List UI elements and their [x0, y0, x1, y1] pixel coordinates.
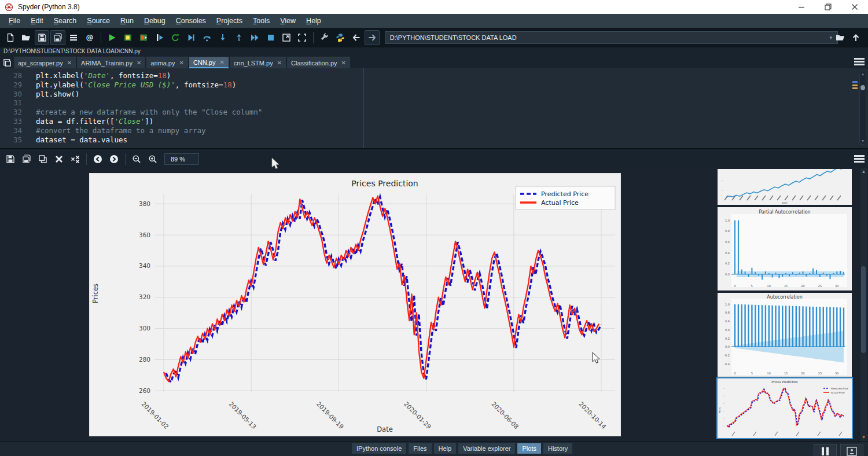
code-line-28[interactable]: 28plt.xlabel('Date', fontsize=18): [0, 71, 868, 80]
save-all-button[interactable]: [50, 30, 65, 45]
plots-options-menu-icon[interactable]: [854, 155, 865, 163]
restore-button[interactable]: [815, 0, 841, 14]
run-cell-advance-button[interactable]: [136, 30, 150, 45]
menu-help[interactable]: Help: [301, 15, 326, 27]
save-plot-button[interactable]: [3, 152, 18, 167]
run-button[interactable]: [105, 30, 119, 45]
run-cell-button[interactable]: [120, 30, 135, 45]
step-out-button[interactable]: [231, 30, 246, 45]
menu-edit[interactable]: Edit: [25, 15, 49, 27]
tab-CNN.py[interactable]: CNN.py✕: [189, 57, 229, 68]
tab-Classification.py[interactable]: Classification.py✕: [287, 57, 350, 68]
symbol-finder-button[interactable]: @: [82, 30, 97, 45]
menu-projects[interactable]: Projects: [211, 15, 248, 27]
file-switcher-button[interactable]: [67, 30, 81, 45]
code-line-29[interactable]: 29plt.ylabel('Close Price USD ($)', font…: [0, 80, 868, 90]
debug-file-button[interactable]: [184, 30, 198, 45]
scroll-up-icon[interactable]: ▲: [860, 72, 866, 76]
plot-zoom-level-input[interactable]: [164, 153, 199, 165]
pane-tab-history[interactable]: History: [543, 443, 572, 454]
close-button[interactable]: [841, 0, 868, 14]
next-plot-button[interactable]: [106, 152, 122, 167]
minimize-button[interactable]: [788, 0, 815, 14]
thumbnail-close-price-plot[interactable]: ——Date: [718, 169, 852, 205]
pane-tab-files[interactable]: Files: [409, 443, 431, 454]
thumb-scroll-up-icon[interactable]: ▲: [860, 169, 867, 174]
tab-ARIMA_Trainin.py[interactable]: ARIMA_Trainin.py✕: [77, 57, 145, 68]
svg-text:Prices: Prices: [719, 407, 721, 414]
code-line-34[interactable]: 34#convert the dataframe to a numpy arra…: [0, 126, 868, 135]
code-line-31[interactable]: 31: [0, 98, 868, 108]
step-over-button[interactable]: [200, 30, 214, 45]
preferences-wrench-button[interactable]: [317, 30, 332, 45]
pane-tab-ipython-console[interactable]: IPython console: [352, 443, 406, 454]
fullscreen-button[interactable]: [295, 30, 310, 45]
copy-plot-button[interactable]: [35, 152, 50, 167]
open-dir-folder-button[interactable]: [833, 30, 847, 45]
menu-view[interactable]: View: [275, 15, 301, 27]
code-editor[interactable]: 28plt.xlabel('Date', fontsize=18)29plt.y…: [0, 68, 868, 149]
thumb-scroll-down-icon[interactable]: ▼: [860, 435, 867, 440]
tab-close-icon[interactable]: ✕: [67, 60, 72, 66]
back-button[interactable]: [349, 30, 363, 45]
continue-button[interactable]: [247, 30, 262, 45]
up-dir-button[interactable]: [849, 30, 863, 45]
tab-close-icon[interactable]: ✕: [277, 60, 282, 66]
menu-run[interactable]: Run: [115, 15, 139, 27]
thumbnails-scrollbar[interactable]: ▲ ▼: [860, 168, 867, 441]
tab-close-icon[interactable]: ✕: [137, 60, 141, 66]
thumbnail-prices-prediction-plot[interactable]: Prices Prediction——————Predicted PriceAc…: [718, 378, 852, 438]
python-env-button[interactable]: [333, 30, 348, 45]
close-all-plots-button[interactable]: [68, 152, 83, 167]
new-file-button[interactable]: [3, 30, 17, 45]
menu-file[interactable]: File: [3, 15, 25, 27]
open-folder-button[interactable]: [19, 30, 33, 45]
overlay-panel-button[interactable]: [840, 444, 863, 456]
pane-tab-variable-explorer[interactable]: Variable explorer: [458, 443, 515, 454]
tab-api_scrapper.py[interactable]: api_scrapper.py✕: [14, 57, 76, 68]
tab-close-icon[interactable]: ✕: [179, 60, 183, 66]
thumbnail-partial-autocorrelation-plot[interactable]: Partial Autocorrelation1.00.80.60.40.20.…: [718, 207, 852, 290]
pane-tab-plots[interactable]: Plots: [517, 443, 540, 454]
run-selection-button[interactable]: [152, 30, 167, 45]
zoom-out-button[interactable]: [129, 152, 144, 167]
menu-source[interactable]: Source: [82, 15, 115, 27]
pane-tab-help[interactable]: Help: [434, 443, 457, 454]
maximize-pane-button[interactable]: [279, 30, 293, 45]
forward-button[interactable]: [365, 30, 379, 45]
thumbnail-autocorrelation-plot[interactable]: Autocorrelation1.00.80.60.40.20.0-0.2-0.…: [718, 293, 852, 377]
code-line-33[interactable]: 33data = df.filter(['Close']): [0, 117, 868, 126]
thumbnails-scrollbar-thumb[interactable]: [861, 266, 866, 353]
tab-cnn_LSTM.py[interactable]: cnn_LSTM.py✕: [230, 57, 286, 68]
rerun-cell-button[interactable]: [168, 30, 182, 45]
code-line-32[interactable]: 32#create a new dataframe with only the …: [0, 108, 868, 117]
open-dir-folder-icon: [836, 33, 845, 42]
working-directory-input[interactable]: [385, 31, 838, 44]
save-all-plots-button[interactable]: [19, 152, 34, 167]
run-cell-advance-icon: [139, 33, 148, 42]
pause-button[interactable]: [814, 444, 837, 456]
editor-scrollbar-thumb[interactable]: [860, 85, 865, 90]
tab-arima.py[interactable]: arima.py✕: [146, 57, 188, 68]
path-dropdown-icon[interactable]: ▾: [830, 35, 833, 41]
tab-close-icon[interactable]: ✕: [341, 60, 346, 66]
editor-options-menu-icon[interactable]: [854, 58, 865, 66]
stop-button[interactable]: [263, 30, 278, 45]
close-plot-button[interactable]: [52, 152, 67, 167]
browse-tabs-button[interactable]: [0, 57, 14, 68]
svg-text:300: 300: [139, 325, 150, 332]
menu-consoles[interactable]: Consoles: [171, 15, 211, 27]
editor-scrollbar[interactable]: ▲ ▼: [859, 71, 866, 145]
save-button[interactable]: [35, 30, 49, 45]
menu-search[interactable]: Search: [49, 15, 82, 27]
step-into-button[interactable]: [216, 30, 230, 45]
code-line-30[interactable]: 30plt.show(): [0, 90, 868, 99]
menu-debug[interactable]: Debug: [139, 15, 171, 27]
browse-tabs-icon: [3, 58, 12, 67]
previous-plot-button[interactable]: [90, 152, 105, 167]
scroll-down-icon[interactable]: ▼: [860, 139, 866, 144]
code-line-35[interactable]: 35dataset = data.values: [0, 135, 868, 145]
tab-close-icon[interactable]: ✕: [219, 59, 224, 65]
zoom-in-button[interactable]: [145, 152, 160, 167]
menu-tools[interactable]: Tools: [248, 15, 275, 27]
